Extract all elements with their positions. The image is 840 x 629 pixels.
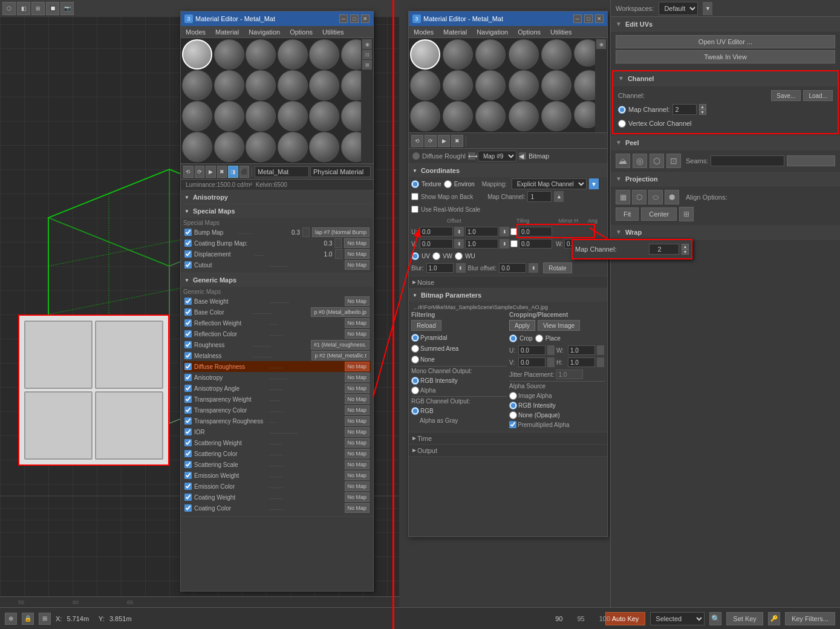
crop-u-spinner[interactable] <box>547 345 555 355</box>
crop-u-input[interactable] <box>518 345 545 355</box>
material-ball-2-14[interactable] <box>443 101 473 131</box>
material-ball-16[interactable] <box>278 101 308 131</box>
crop-v-spinner[interactable] <box>547 357 555 367</box>
reflection-color-checkbox[interactable] <box>184 330 192 337</box>
material-ball-2-9[interactable] <box>475 70 506 100</box>
coating-weight-btn[interactable]: No Map <box>345 492 370 502</box>
workspace-dropdown-btn[interactable]: ▼ <box>703 2 712 15</box>
map-name-select[interactable]: Map #9 <box>478 151 516 161</box>
section-coordinates-header[interactable]: ▼ Coordinates <box>409 164 607 177</box>
rgb-intensity-alpha-radio[interactable] <box>509 402 517 409</box>
center-btn[interactable]: Center <box>641 207 677 221</box>
crop-v-input[interactable] <box>518 357 545 367</box>
u-tiling-input[interactable] <box>465 227 498 236</box>
v-offset-input[interactable] <box>420 239 453 249</box>
open-uv-editor-btn[interactable]: Open UV Editor ... <box>616 35 835 48</box>
u-mirror-checkbox[interactable] <box>510 228 518 235</box>
tool-2-1[interactable]: ⟲ <box>411 135 423 147</box>
load-btn[interactable]: Load... <box>803 90 833 101</box>
side-icon-2[interactable]: ⊡ <box>362 50 372 59</box>
displacement-checkbox[interactable] <box>184 250 192 258</box>
search-btn[interactable]: 🔍 <box>709 612 721 625</box>
proj-icon-2[interactable]: ⬡ <box>632 190 646 204</box>
ior-checkbox[interactable] <box>184 428 192 435</box>
map-channel-spinner-2[interactable]: ▲ <box>554 191 564 202</box>
peel-icon-4[interactable]: ⊡ <box>666 154 681 168</box>
base-weight-btn[interactable]: No Map <box>345 296 370 306</box>
set-key-btn[interactable]: Set Key <box>726 612 763 625</box>
minimize-btn-1[interactable]: ─ <box>339 15 348 23</box>
material-ball-7[interactable] <box>182 70 212 100</box>
crop-h-input[interactable] <box>568 357 595 367</box>
reflection-weight-btn[interactable]: No Map <box>345 318 370 328</box>
material-ball-2-10[interactable] <box>509 70 539 100</box>
material-ball-5[interactable] <box>309 39 339 70</box>
map-swap-icon[interactable]: ⟷ <box>468 152 475 160</box>
summed-area-radio[interactable] <box>411 345 419 353</box>
viewport-tool-2[interactable]: ◧ <box>17 2 30 15</box>
coating-color-checkbox[interactable] <box>184 504 192 512</box>
minimize-btn-2[interactable]: ─ <box>573 15 582 23</box>
tool-2-3[interactable]: ▶ <box>438 135 450 147</box>
edit-uvs-header[interactable]: ▼ Edit UVs <box>611 17 840 31</box>
u-offset-spinner[interactable]: ⬍ <box>454 227 464 236</box>
material-ball-2[interactable] <box>214 39 244 70</box>
roughness-btn[interactable]: #1 (Metal_roughness. <box>311 340 370 350</box>
menu-options-2[interactable]: Options <box>515 28 543 36</box>
side-icon-2-1[interactable]: ◉ <box>596 39 606 49</box>
tool-reset[interactable]: ✖ <box>217 166 227 178</box>
menu-modes-2[interactable]: Modes <box>411 28 436 36</box>
proj-icon-1[interactable]: ▦ <box>616 190 630 204</box>
u-offset-input[interactable] <box>420 227 453 236</box>
transparency-color-btn[interactable]: No Map <box>345 405 370 415</box>
environ-radio[interactable] <box>444 180 452 188</box>
tool-show-hardware[interactable]: ⬛ <box>239 166 250 178</box>
material-ball-13[interactable] <box>182 101 212 131</box>
map-channel-type-input[interactable] <box>672 104 697 115</box>
material-ball-2-7[interactable] <box>410 70 440 100</box>
transparency-roughness-checkbox[interactable] <box>184 417 192 425</box>
reflection-color-btn[interactable]: No Map <box>345 329 370 339</box>
section-anisotropy-header[interactable]: ▼ Anisotropy <box>181 191 373 204</box>
lock-icon[interactable]: 🔒 <box>22 613 34 625</box>
tool-put-material[interactable]: ⟳ <box>195 166 205 178</box>
selected-select[interactable]: Selected <box>650 612 705 625</box>
anisotropy-angle-btn[interactable]: No Map <box>345 383 370 393</box>
maximize-btn-1[interactable]: □ <box>350 15 359 23</box>
reflection-weight-checkbox[interactable] <box>184 319 192 327</box>
rgb-radio[interactable] <box>411 407 419 415</box>
scattering-weight-checkbox[interactable] <box>184 439 192 446</box>
coating-bump-checkbox[interactable] <box>184 240 192 247</box>
material-ball-2-11[interactable] <box>541 70 571 100</box>
peel-icon-3[interactable]: ⬡ <box>650 154 664 168</box>
workspace-select[interactable]: Default <box>659 2 698 15</box>
wu-radio[interactable] <box>455 252 463 260</box>
map-nav-back[interactable]: ◀ <box>519 152 526 160</box>
reload-btn[interactable]: Reload <box>411 320 441 331</box>
material-ball-2-8[interactable] <box>443 70 473 100</box>
material-ball-3[interactable] <box>246 39 276 70</box>
key-filters-btn[interactable]: Key Filters... <box>785 612 835 625</box>
menu-options-1[interactable]: Options <box>287 28 315 36</box>
material-ball-9[interactable] <box>246 70 276 100</box>
material-ball-2-1[interactable] <box>410 39 440 70</box>
rotate-btn[interactable]: Rotate <box>543 262 571 273</box>
menu-modes-1[interactable]: Modes <box>183 28 208 36</box>
emission-color-checkbox[interactable] <box>184 483 192 490</box>
emission-color-btn[interactable]: No Map <box>345 481 370 491</box>
blur-spinner[interactable]: ⬍ <box>456 263 466 273</box>
none-opaque-radio[interactable] <box>509 411 517 419</box>
channel-header[interactable]: ▼ Channel <box>613 71 838 86</box>
uv-radio[interactable] <box>411 252 419 260</box>
mapping-select[interactable]: Explicit Map Channel <box>512 178 587 189</box>
peel-icon-1[interactable]: ⛰ <box>616 154 630 168</box>
section-generic-maps-header[interactable]: ▼ Generic Maps <box>181 273 373 287</box>
material-ball-2-5[interactable] <box>541 39 571 70</box>
view-image-btn[interactable]: View Image <box>538 320 580 331</box>
menu-material-2[interactable]: Material <box>441 28 469 36</box>
viewport-tool-4[interactable]: 🔲 <box>46 2 59 15</box>
image-alpha-radio[interactable] <box>509 392 517 400</box>
viewport-tool-1[interactable]: ⬡ <box>2 2 16 15</box>
material-ball-2-4[interactable] <box>509 39 539 70</box>
menu-utilities-1[interactable]: Utilities <box>320 28 346 36</box>
